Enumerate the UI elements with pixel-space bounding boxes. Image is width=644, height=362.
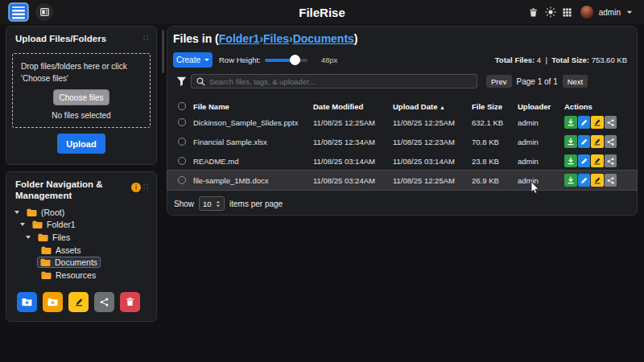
download-button[interactable] [564, 154, 577, 167]
drag-handle-icon[interactable] [143, 184, 149, 190]
row-height-label: Row Height: [219, 56, 261, 64]
share-folder-button[interactable] [94, 292, 114, 312]
select-all-checkbox[interactable] [178, 102, 186, 110]
breadcrumb-files[interactable]: Files [263, 32, 289, 45]
uploader: admin [518, 176, 564, 185]
page-info: Page 1 of 1 [517, 77, 558, 86]
uploader: admin [518, 138, 564, 146]
info-icon[interactable]: i [131, 183, 141, 192]
share-button[interactable] [605, 116, 617, 129]
file-name[interactable]: Financial Sample.xlsx [193, 138, 313, 146]
file-size: 70.8 KB [472, 138, 518, 146]
file-name[interactable]: file-sample_1MB.docx [193, 176, 313, 185]
search-box[interactable] [191, 74, 477, 88]
user-menu-caret-icon[interactable] [626, 10, 633, 14]
date-modified: 11/08/25 03:14AM [313, 157, 393, 166]
edit-button[interactable] [578, 154, 591, 167]
items-per-page-label: items per page [229, 200, 283, 208]
tree-item-folder1[interactable]: Folder1 [6, 219, 156, 232]
file-name[interactable]: Dickinson_Sample_Slides.pptx [193, 118, 313, 127]
delete-folder-button[interactable] [120, 292, 140, 312]
col-uploader[interactable]: Uploader [518, 102, 564, 111]
tree-item-root[interactable]: (Root) [6, 206, 156, 219]
row-checkbox[interactable] [178, 118, 186, 126]
file-toolbar: Create Row Height: 48px Total Files: 4 |… [173, 52, 627, 68]
per-page-select[interactable]: 10 [199, 196, 225, 211]
tree-item-resources[interactable]: Resources [6, 269, 156, 282]
upload-button[interactable]: Upload [57, 134, 105, 154]
slider-thumb[interactable] [290, 55, 300, 65]
scrollbar-thumb[interactable] [162, 30, 164, 73]
choose-files-button[interactable]: Choose files [53, 89, 109, 105]
search-input[interactable] [209, 77, 472, 86]
rename-button[interactable] [591, 174, 604, 187]
user-avatar[interactable] [580, 6, 593, 19]
file-name[interactable]: README.md [193, 157, 313, 166]
folder-action-buttons [17, 292, 156, 312]
file-row[interactable]: Dickinson_Sample_Slides.pptx 11/08/25 12… [167, 113, 637, 132]
caret-down-icon[interactable] [20, 223, 25, 226]
share-button[interactable] [605, 174, 617, 187]
theme-toggle-icon[interactable] [545, 6, 556, 18]
file-row[interactable]: Financial Sample.xlsx 11/08/25 12:34AM 1… [167, 132, 637, 151]
drag-handle-icon[interactable] [143, 35, 149, 41]
caret-down-icon[interactable] [26, 236, 31, 239]
create-folder-button[interactable] [17, 292, 37, 312]
rename-folder-button[interactable] [68, 292, 89, 312]
upload-date: 11/08/25 12:23AM [393, 138, 472, 146]
uploader: admin [518, 157, 564, 166]
download-button[interactable] [564, 174, 577, 187]
move-folder-button[interactable] [43, 292, 63, 312]
upload-date: 11/08/25 12:25AM [393, 118, 472, 127]
upload-card-title: Upload Files/Folders [6, 27, 156, 44]
download-button[interactable] [564, 135, 577, 148]
rename-button[interactable] [591, 154, 604, 167]
folder-navigation-card: Folder Navigation & Management i (Root) … [6, 171, 157, 322]
totals-text: Total Files: 4 | Total Size: 753.60 KB [495, 56, 627, 64]
row-height-slider[interactable] [265, 55, 308, 65]
user-name[interactable]: admin [599, 8, 621, 17]
upload-dropzone[interactable]: Drop files/folders here or click 'Choose… [12, 53, 151, 128]
filter-icon[interactable] [176, 76, 187, 86]
folder-icon [40, 258, 51, 266]
rename-button[interactable] [591, 135, 604, 148]
trash-icon[interactable] [529, 7, 538, 18]
upload-card: Upload Files/Folders Drop files/folders … [6, 26, 157, 165]
col-file-size[interactable]: File Size [472, 102, 518, 111]
share-button[interactable] [605, 135, 617, 148]
tree-item-files[interactable]: Files [6, 231, 156, 244]
rename-button[interactable] [591, 116, 604, 129]
file-row[interactable]: README.md 11/08/25 03:14AM 11/08/25 03:1… [167, 151, 637, 171]
create-button[interactable]: Create [173, 52, 213, 68]
next-page-button[interactable]: Next [563, 75, 588, 88]
folder-icon [41, 246, 52, 254]
row-checkbox[interactable] [178, 157, 186, 165]
prev-page-button[interactable]: Prev [486, 75, 512, 88]
folder-icon [41, 271, 52, 279]
tree-item-documents[interactable]: Documents [6, 256, 156, 269]
col-file-name[interactable]: File Name [193, 102, 313, 111]
grid-view-icon[interactable] [563, 8, 572, 17]
edit-button[interactable] [578, 116, 591, 129]
file-row-selected[interactable]: file-sample_1MB.docx 11/08/25 03:24AM 11… [167, 171, 637, 190]
edit-button[interactable] [578, 174, 591, 187]
col-date-modified[interactable]: Date Modified [313, 102, 393, 111]
dropzone-text: Drop files/folders here or click 'Choose… [13, 60, 150, 84]
col-upload-date[interactable]: Upload Date ▲ [393, 102, 472, 111]
select-arrows-icon [216, 200, 221, 208]
share-button[interactable] [605, 154, 617, 167]
folder-card-title: Folder Navigation & Management i [6, 172, 156, 201]
date-modified: 11/08/25 12:34AM [313, 138, 393, 146]
folder-icon [38, 233, 48, 241]
row-checkbox[interactable] [178, 176, 186, 184]
tree-item-assets[interactable]: Assets [6, 244, 156, 257]
col-actions: Actions [564, 102, 627, 111]
download-button[interactable] [564, 116, 577, 129]
breadcrumb-documents[interactable]: Documents [293, 32, 354, 45]
app: FileRise [0, 0, 644, 362]
edit-button[interactable] [578, 135, 591, 148]
caret-down-icon[interactable] [14, 211, 19, 214]
top-bar: FileRise [0, 0, 644, 24]
row-checkbox[interactable] [178, 138, 186, 146]
breadcrumb-folder1[interactable]: Folder1 [219, 32, 260, 45]
